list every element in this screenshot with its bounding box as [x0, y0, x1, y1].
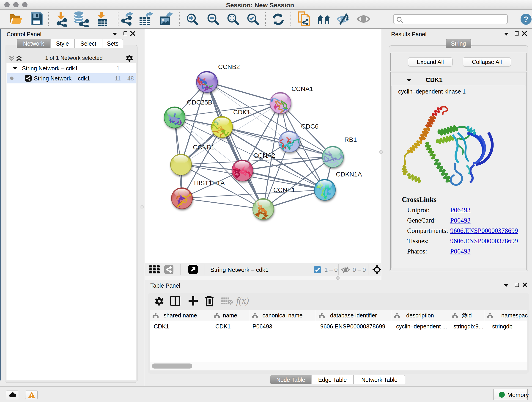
- svg-text:CDK1: CDK1: [233, 109, 250, 116]
- svg-text:CCNB2: CCNB2: [218, 63, 240, 70]
- svg-text:CDC25B: CDC25B: [187, 99, 212, 106]
- svg-text:HIST1H1A: HIST1H1A: [194, 179, 225, 186]
- svg-text:CCNE1: CCNE1: [273, 186, 295, 193]
- svg-text:CCNB1: CCNB1: [193, 144, 215, 151]
- svg-text:CDKN1A: CDKN1A: [336, 171, 362, 178]
- svg-text:RB1: RB1: [344, 136, 357, 143]
- svg-text:CCNA2: CCNA2: [253, 152, 275, 159]
- svg-text:CDC6: CDC6: [301, 123, 318, 130]
- svg-text:?: ?: [524, 15, 529, 23]
- svg-text:CCNA1: CCNA1: [291, 85, 313, 92]
